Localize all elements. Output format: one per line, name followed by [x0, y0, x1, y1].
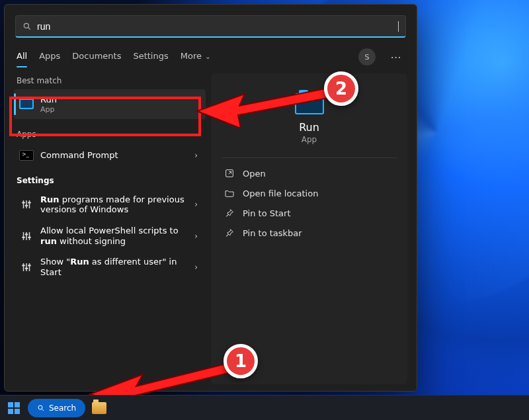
folder-icon [224, 188, 235, 198]
svg-rect-14 [23, 263, 24, 271]
overflow-button[interactable]: ⋯ [387, 48, 405, 65]
svg-rect-5 [22, 202, 25, 204]
start-button[interactable] [4, 398, 24, 418]
run-app-icon-large [295, 93, 324, 114]
search-icon [37, 404, 45, 412]
svg-rect-8 [23, 232, 24, 240]
svg-rect-7 [28, 202, 31, 204]
search-box[interactable] [15, 15, 406, 38]
result-setting-runas[interactable]: Show "Run as different user" in Start › [14, 251, 206, 282]
svg-rect-12 [25, 233, 28, 235]
chevron-right-icon: › [194, 231, 200, 241]
settings-icon [19, 197, 34, 212]
svg-rect-4 [29, 200, 30, 208]
svg-point-25 [38, 405, 42, 409]
svg-rect-6 [25, 205, 28, 206]
run-app-icon [19, 99, 34, 109]
svg-rect-3 [26, 200, 27, 208]
result-setting-compat[interactable]: Run programs made for previous versions … [14, 189, 206, 220]
result-setting-powershell[interactable]: Allow local PowerShell scripts to run wi… [14, 220, 206, 251]
preview-title: Run [222, 121, 397, 134]
svg-rect-9 [26, 232, 27, 240]
tab-all[interactable]: All [17, 51, 27, 67]
best-match-label: Best match [17, 76, 203, 85]
search-input[interactable] [32, 21, 397, 32]
svg-rect-17 [22, 265, 25, 266]
tab-more[interactable]: More ⌄ [181, 51, 211, 67]
pin-icon [224, 208, 235, 218]
start-search-panel: All Apps Documents Settings More ⌄ S ⋯ B… [4, 4, 417, 392]
text-caret [398, 21, 399, 32]
taskbar-explorer[interactable] [89, 398, 109, 418]
action-pin-start[interactable]: Pin to Start [222, 203, 397, 223]
svg-rect-19 [28, 265, 31, 266]
result-command-prompt[interactable]: Command Prompt › [14, 143, 206, 168]
divider [222, 157, 397, 158]
tab-apps[interactable]: Apps [39, 51, 60, 67]
settings-icon [19, 260, 34, 274]
action-pin-taskbar[interactable]: Pin to taskbar [222, 223, 397, 243]
preview-subtitle: App [222, 135, 397, 144]
svg-rect-18 [25, 268, 28, 269]
user-avatar[interactable]: S [358, 48, 376, 65]
tab-documents[interactable]: Documents [72, 51, 121, 67]
tab-settings[interactable]: Settings [133, 51, 168, 67]
chevron-right-icon: › [194, 263, 200, 272]
settings-group-label: Settings [17, 176, 203, 185]
result-best-run[interactable]: Run App [14, 89, 206, 119]
svg-rect-16 [29, 263, 30, 271]
folder-icon [92, 402, 106, 414]
svg-rect-2 [23, 200, 24, 208]
search-icon [22, 22, 32, 31]
chevron-right-icon: › [194, 200, 200, 209]
svg-rect-22 [15, 402, 20, 407]
preview-pane: Run App Open Open file location Pin to S… [211, 73, 407, 384]
taskbar: Search [0, 395, 529, 420]
settings-icon [19, 229, 34, 243]
windows-logo-icon [7, 401, 20, 415]
svg-rect-13 [28, 236, 31, 237]
svg-rect-23 [8, 409, 13, 414]
results-column: Best match Run App Apps Command Prompt ›… [14, 73, 206, 384]
action-open-location[interactable]: Open file location [222, 183, 397, 203]
svg-line-1 [28, 27, 30, 29]
svg-rect-15 [26, 263, 27, 271]
taskbar-search-button[interactable]: Search [28, 399, 85, 417]
svg-point-0 [24, 23, 28, 28]
chevron-right-icon: › [194, 151, 200, 160]
apps-label: Apps [17, 130, 203, 139]
action-open[interactable]: Open [222, 163, 397, 183]
svg-rect-11 [22, 236, 25, 237]
svg-line-26 [42, 409, 44, 411]
open-icon [224, 168, 235, 179]
search-tabs: All Apps Documents Settings More ⌄ S ⋯ [5, 42, 417, 69]
chevron-down-icon: ⌄ [203, 53, 211, 60]
cmd-icon [19, 150, 34, 161]
svg-rect-24 [15, 409, 20, 414]
pin-icon [224, 228, 235, 238]
svg-rect-21 [8, 402, 13, 407]
svg-rect-10 [29, 232, 30, 240]
